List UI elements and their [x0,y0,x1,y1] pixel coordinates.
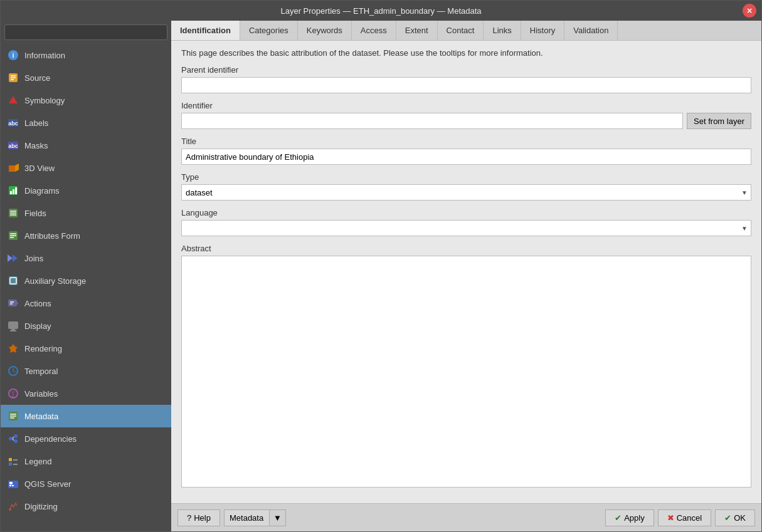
tab-access[interactable]: Access [352,21,396,40]
apply-icon: ✔ [615,513,622,523]
svg-line-48 [13,437,14,439]
title-group: Title [181,137,751,165]
svg-line-38 [13,371,15,372]
metadata-selector[interactable]: Metadata ▼ [224,509,286,526]
svg-marker-12 [15,164,19,172]
sidebar-item-masks[interactable]: abcMasks [1,134,171,157]
identifier-row: Set from layer [181,113,751,129]
ok-button[interactable]: ✔ OK [715,509,755,526]
identifier-label: Identifier [181,101,751,110]
attributes-form-icon [7,229,19,242]
sidebar-item-fields[interactable]: Fields [1,202,171,224]
sidebar-item-actions[interactable]: Actions [1,292,171,315]
svg-line-49 [13,439,14,441]
tab-contact[interactable]: Contact [438,21,484,40]
sidebar-item-symbology[interactable]: Symbology [1,89,171,112]
sidebar: iInformationSourceSymbologyabcLabelsabcM… [1,21,171,531]
svg-rect-55 [9,482,13,484]
title-label: Title [181,137,751,146]
tab-history[interactable]: History [521,21,564,40]
sidebar-label-digitizing: Digitizing [24,502,58,511]
svg-rect-51 [9,462,12,466]
metadata-icon [7,410,19,422]
close-button[interactable]: × [743,4,756,18]
sidebar-item-dependencies[interactable]: Dependencies [1,427,171,450]
auxiliary-storage-icon [7,274,19,287]
language-select-wrapper [181,220,751,236]
sidebar-item-digitizing[interactable]: Digitizing [1,495,171,518]
svg-marker-25 [13,254,18,262]
help-icon: ? [187,513,191,523]
sidebar-item-display[interactable]: Display [1,315,171,337]
cancel-button[interactable]: ✖ Cancel [658,509,711,526]
svg-rect-50 [9,458,12,461]
sidebar-item-temporal[interactable]: Temporal [1,360,171,382]
sidebar-item-metadata[interactable]: Metadata [1,405,171,427]
tab-links[interactable]: Links [484,21,521,40]
sidebar-item-joins[interactable]: Joins [1,247,171,269]
svg-point-47 [14,439,18,443]
parent-identifier-group: Parent identifier [181,65,751,93]
3dview-icon [7,162,19,174]
set-from-layer-button[interactable]: Set from layer [687,113,751,129]
sidebar-item-source[interactable]: Source [1,66,171,89]
abstract-textarea[interactable] [181,256,751,488]
svg-rect-29 [8,300,17,306]
sidebar-label-auxiliary-storage: Auxiliary Storage [24,276,86,286]
metadata-select[interactable]: Metadata [225,510,269,526]
title-bar: Layer Properties — ETH_admin_boundary — … [1,1,761,21]
parent-identifier-input[interactable] [181,77,751,93]
type-select[interactable]: dataset series service [181,184,751,201]
sidebar-item-diagrams[interactable]: Diagrams [1,179,171,202]
digitizing-icon [7,500,19,513]
sidebar-item-legend[interactable]: Legend [1,450,171,472]
sidebar-item-information[interactable]: iInformation [1,44,171,66]
bottom-right-buttons: ✔ Apply ✖ Cancel ✔ OK [605,509,755,526]
svg-rect-56 [9,485,11,486]
help-button[interactable]: ? Help [177,509,220,526]
language-select[interactable] [181,220,751,236]
sidebar-label-display: Display [24,321,51,331]
sidebar-item-labels[interactable]: abcLabels [1,112,171,134]
sidebar-item-attributes-form[interactable]: Attributes Form [1,224,171,247]
search-input[interactable] [4,24,167,40]
svg-marker-26 [8,254,13,262]
language-group: Language [181,208,751,236]
sidebar-label-qgis-server: QGIS Server [24,479,71,489]
tab-identification[interactable]: Identification [171,21,240,40]
sidebar-label-information: Information [24,51,65,60]
sidebar-item-auxiliary-storage[interactable]: Auxiliary Storage [1,269,171,292]
svg-rect-11 [9,165,15,172]
sidebar-label-source: Source [24,73,50,83]
tab-categories[interactable]: Categories [240,21,298,40]
sidebar-item-3dview[interactable]: 3D View [1,157,171,179]
svg-text:∑: ∑ [11,390,15,397]
svg-text:abc: abc [8,143,18,149]
temporal-icon [7,365,19,377]
fields-icon [7,207,19,219]
sidebar-label-3dview: 3D View [24,164,55,173]
right-panel: IdentificationCategoriesKeywordsAccessEx… [171,21,761,531]
sidebar-item-rendering[interactable]: Rendering [1,337,171,360]
variables-icon: ∑ [7,387,19,400]
tab-extent[interactable]: Extent [396,21,438,40]
sidebar-label-dependencies: Dependencies [24,434,77,444]
sidebar-item-variables[interactable]: ∑Variables [1,382,171,405]
apply-button[interactable]: ✔ Apply [605,509,654,526]
identifier-input[interactable] [181,113,683,129]
diagrams-icon [7,184,19,197]
qgis-server-icon [7,477,19,490]
tab-validation[interactable]: Validation [564,21,618,40]
sidebar-label-masks: Masks [24,141,48,150]
tabs-bar: IdentificationCategoriesKeywordsAccessEx… [171,21,761,41]
metadata-dropdown-arrow[interactable]: ▼ [269,510,285,526]
sidebar-label-legend: Legend [24,457,51,466]
sidebar-item-qgis-server[interactable]: QGIS Server [1,472,171,495]
tab-keywords[interactable]: Keywords [298,21,352,40]
title-input[interactable] [181,149,751,165]
type-select-wrapper: dataset series service [181,184,751,201]
sidebar-label-attributes-form: Attributes Form [24,231,80,241]
symbology-icon [7,94,19,107]
sidebar-label-rendering: Rendering [24,344,62,353]
svg-rect-54 [8,481,18,488]
